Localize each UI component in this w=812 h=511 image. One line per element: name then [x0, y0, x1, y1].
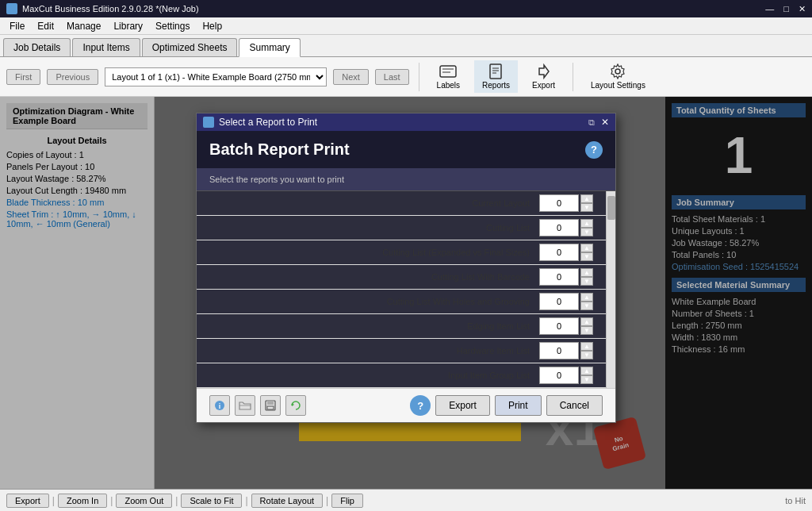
spinner-input-edging[interactable] — [539, 317, 579, 335]
footer-help-button[interactable]: ? — [410, 395, 431, 416]
small-dialog-titlebar: Select a Report to Print ⧉ ✕ — [197, 113, 615, 131]
cancel-button[interactable]: Cancel — [546, 395, 603, 416]
spinner-up-edging[interactable]: ▲ — [580, 317, 593, 326]
small-dialog-close-button[interactable]: ✕ — [601, 117, 609, 128]
previous-button[interactable]: Previous — [47, 69, 98, 85]
spinner-up-cutting-list-holes[interactable]: ▲ — [580, 293, 593, 302]
layout-settings-label: Layout Settings — [591, 81, 645, 90]
next-button[interactable]: Next — [333, 69, 369, 85]
svg-rect-12 — [267, 401, 274, 405]
spinner-input-input-group[interactable] — [539, 367, 579, 384]
report-label-hardware: Hardware Item List — [209, 346, 539, 355]
spinner-cutting-list-barcode: ▲ ▼ — [539, 268, 593, 286]
batch-title: Batch Report Print — [209, 140, 350, 159]
tab-optimized-sheets[interactable]: Optimized Sheets — [142, 38, 238, 56]
spinner-input-cutting-list-expanded[interactable] — [539, 244, 579, 261]
layout-settings-button[interactable]: Layout Settings — [583, 60, 653, 93]
tab-input-items[interactable]: Input Items — [72, 38, 140, 56]
print-button[interactable]: Print — [495, 395, 542, 416]
spinner-input-cutting-list[interactable] — [539, 219, 579, 236]
flip-button[interactable]: Flip — [331, 494, 363, 508]
scrollbar[interactable] — [606, 191, 615, 388]
report-row-input-group: Input Item Group List ▲ ▼ — [197, 363, 606, 388]
spinner-down-cutting-list-holes[interactable]: ▼ — [580, 302, 593, 310]
batch-dialog: Batch Report Print ? Select the reports … — [197, 131, 615, 422]
first-button[interactable]: First — [6, 69, 40, 85]
zoom-in-button[interactable]: Zoom In — [58, 494, 107, 508]
report-label-cutting-list-expanded: Cutting List (Expanded vs Final Sizes) — [209, 248, 539, 257]
spinner-up-input-group[interactable]: ▲ — [580, 367, 593, 375]
scrollbar-thumb[interactable] — [607, 196, 615, 220]
tab-bar: Job Details Input Items Optimized Sheets… — [0, 35, 812, 57]
spinner-input-cutting-list-holes[interactable] — [539, 293, 579, 310]
app-title: MaxCut Business Edition 2.9.0.28 *(New J… — [22, 4, 199, 13]
spinner-down-cutting-list[interactable]: ▼ — [580, 228, 593, 236]
spinner-down-current-layout[interactable]: ▼ — [580, 203, 593, 212]
spinner-cutting-list: ▲ ▼ — [539, 219, 593, 236]
app-icon — [6, 3, 17, 14]
spinner-input-current-layout[interactable] — [539, 194, 579, 212]
spinner-down-edging[interactable]: ▼ — [580, 326, 593, 335]
spinner-cutting-list-expanded: ▲ ▼ — [539, 244, 593, 261]
toolbar: First Previous Layout 1 of 1 (x1) - Whit… — [0, 57, 812, 97]
labels-label: Labels — [437, 81, 460, 90]
spinner-down-input-group[interactable]: ▼ — [580, 375, 593, 384]
spinner-up-hardware[interactable]: ▲ — [580, 342, 593, 351]
rotate-layout-button[interactable]: Rotate Layout — [251, 494, 324, 508]
svg-marker-14 — [292, 403, 294, 406]
report-row-cutting-list-holes: Cutting List With Holes and Grooving ▲ ▼ — [197, 290, 606, 314]
refresh-button[interactable] — [285, 395, 306, 416]
spinner-btns-cutting-list: ▲ ▼ — [580, 219, 593, 236]
tab-summary[interactable]: Summary — [239, 38, 300, 57]
svg-rect-3 — [490, 64, 501, 79]
menu-file[interactable]: File — [3, 19, 31, 33]
status-export-button[interactable]: Export — [6, 494, 49, 508]
spinner-up-cutting-list-barcode[interactable]: ▲ — [580, 268, 593, 277]
reports-button[interactable]: Reports — [474, 60, 518, 93]
menu-edit[interactable]: Edit — [31, 19, 60, 33]
report-label-current-layout: Current Layout — [209, 198, 539, 208]
maximize-button[interactable]: □ — [783, 4, 789, 14]
spinner-down-cutting-list-expanded[interactable]: ▼ — [580, 252, 593, 261]
spinner-current-layout: ▲ ▼ — [539, 194, 593, 212]
menu-manage[interactable]: Manage — [60, 19, 107, 33]
menu-help[interactable]: Help — [196, 19, 228, 33]
menu-settings[interactable]: Settings — [149, 19, 196, 33]
spinner-btns-hardware: ▲ ▼ — [580, 342, 593, 359]
small-dialog-resize-icon: ⧉ — [588, 117, 595, 128]
close-button[interactable]: ✕ — [799, 4, 806, 14]
export-button[interactable]: Export — [524, 60, 563, 93]
open-folder-button[interactable] — [235, 395, 255, 416]
batch-rows-container: Current Layout ▲ ▼ Cutting Lis — [197, 191, 615, 388]
spinner-down-hardware[interactable]: ▼ — [580, 351, 593, 359]
report-label-edging: Edging Item List — [209, 321, 539, 331]
scale-to-fit-button[interactable]: Scale to Fit — [181, 494, 242, 508]
svg-rect-13 — [267, 406, 274, 409]
menu-library[interactable]: Library — [107, 19, 149, 33]
spinner-up-cutting-list-expanded[interactable]: ▲ — [580, 244, 593, 252]
batch-rows-list: Current Layout ▲ ▼ Cutting Lis — [197, 191, 606, 388]
export-button[interactable]: Export — [435, 395, 490, 416]
spinner-input-hardware[interactable] — [539, 342, 579, 359]
layout-select[interactable]: Layout 1 of 1 (x1) - White Example Board… — [105, 67, 327, 86]
export-icon — [535, 63, 553, 79]
tab-job-details[interactable]: Job Details — [3, 38, 71, 56]
last-button[interactable]: Last — [375, 69, 409, 85]
labels-icon — [439, 63, 457, 79]
save-button[interactable] — [260, 395, 281, 416]
batch-footer: i ? Export — [197, 388, 615, 422]
zoom-out-button[interactable]: Zoom Out — [116, 494, 172, 508]
info-button[interactable]: i — [209, 395, 230, 416]
labels-button[interactable]: Labels — [429, 60, 468, 93]
report-label-input-group: Input Item Group List — [209, 371, 539, 380]
spinner-btns-cutting-list-barcode: ▲ ▼ — [580, 268, 593, 286]
spinner-input-cutting-list-barcode[interactable] — [539, 268, 579, 286]
batch-help-button[interactable]: ? — [585, 141, 603, 159]
report-row-cutting-list-expanded: Cutting List (Expanded vs Final Sizes) ▲… — [197, 240, 606, 265]
spinner-up-current-layout[interactable]: ▲ — [580, 194, 593, 203]
separator-2 — [573, 63, 573, 91]
reports-label: Reports — [482, 81, 510, 90]
spinner-down-cutting-list-barcode[interactable]: ▼ — [580, 277, 593, 286]
spinner-up-cutting-list[interactable]: ▲ — [580, 219, 593, 228]
minimize-button[interactable]: — — [765, 4, 774, 14]
